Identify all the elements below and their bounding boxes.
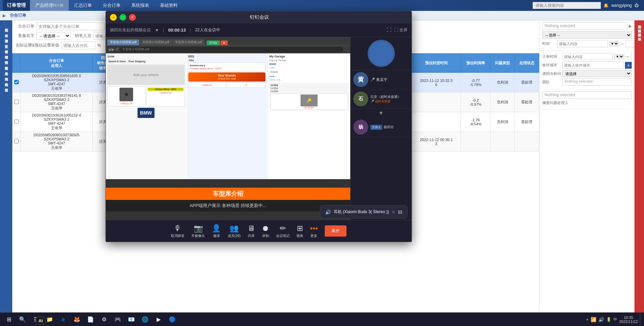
tool-share[interactable]: 🖥 共享 [247,224,255,238]
expand-participants-btn[interactable]: ▼ [351,109,412,118]
right-icon-update[interactable]: 系统更新 [636,29,642,33]
sidebar-item-cancel[interactable]: 撤单管理 [2,34,10,39]
meeting-fullscreen-label[interactable]: ⛶ 全屏 [394,27,407,33]
meeting-expand-icon[interactable]: ⛶ [387,27,391,33]
taskbar-icon-lang[interactable]: 中 [613,317,617,322]
taskbar-word[interactable]: 📄 [84,313,97,326]
taskbar-app2[interactable]: 🔵 [166,313,178,326]
nav-system-report[interactable]: 系统报表 [126,0,155,11]
taskbar: ⊞ 🔍 ☰ 📁 e 🦊 📄 ⚙ 🎮 📧 🌐 ▶ 🔵 ∧ 📶 🔊 🔋 中 10:3… [0,312,644,326]
cell-issue: 负利润 [490,73,515,92]
taskbar-icon-battery[interactable]: 🔋 [606,317,611,322]
tool-more[interactable]: ••• 更多 [310,224,318,238]
cell-profit: -1.76-8.54% [461,112,490,132]
subnav-split-order[interactable]: 分合订单 [6,13,30,18]
sidebar-item-ship[interactable]: 仓采采购 [2,67,10,72]
taskbar-app1[interactable]: ▶ [152,313,165,326]
right-icon-new[interactable]: 新请单 [636,33,642,37]
row-checkbox[interactable] [14,100,19,104]
tool-notes[interactable]: ✏ 会议笔记 [276,224,290,238]
cell-status: 需处理 [515,112,539,132]
participant-shi[interactable]: 石 石堂（超时未接通） 🎤 超时未接通 [351,89,412,109]
window-close-btn[interactable]: × [129,14,136,21]
taskbar-game[interactable]: 🎮 [112,313,124,326]
taskbar-show-desktop[interactable] [640,313,641,326]
participant-huang[interactable]: 黄 🎤 黄孟宇 [351,70,412,89]
search-input[interactable] [533,2,601,9]
meeting-titlebar: − □ × 钉钉会议 [106,11,412,23]
receive-city-input[interactable] [562,62,624,69]
tool-invite[interactable]: 👤 邀请 [212,224,221,238]
sidebar-item-functions[interactable]: 常用功能 [2,23,10,29]
nav-product-manager[interactable]: 产品经理 阿小雨 [30,0,69,11]
nothing-selected-2[interactable]: Nothing selected [542,91,632,99]
cell-issue: 负利润 [490,112,515,132]
dash: — [621,42,624,46]
virtual-select[interactable]: 请选择 [562,70,632,77]
tool-view[interactable]: ⊞ 视角 [296,224,303,238]
input-time-1[interactable] [562,53,613,60]
team-nothing-selected[interactable]: Nothing selected [562,79,632,86]
right-icon-feedback[interactable]: 阅疑反馈 [636,24,642,29]
audio-device-name: 耳机 (Xiaomi Buds 3( Stereo )) [334,209,389,215]
sidebar-item-service[interactable]: 客服管理 [2,45,10,50]
cell-issue [490,132,515,152]
sidebar-item-monitor[interactable]: 平台监控 [2,39,10,45]
audio-volume: 11 [398,210,402,215]
split-order-label: 分合订单 [16,23,34,29]
taskbar-start[interactable]: ⊞ [3,313,15,326]
nothing-selected-1[interactable]: Nothing selected [542,22,627,30]
record-label: 录制 [262,234,269,238]
nav-summary-order[interactable]: 汇总订单 [69,0,97,11]
select-1[interactable]: -- 选择 -- [542,31,632,39]
taskbar-browser2[interactable]: 🌐 [139,313,151,326]
window-minimize-btn[interactable]: − [110,14,117,21]
taskbar-icon-chevron[interactable]: ∧ [586,318,589,321]
bell-icon: 🔔 [603,3,609,8]
ai-badge[interactable]: Ai [36,317,46,325]
customer-select[interactable]: -- 请选择 -- [36,32,70,40]
tool-camera[interactable]: 📷 开摄像头 [191,224,205,238]
taskbar-search[interactable]: 🔍 [16,313,29,326]
window-maximize-btn[interactable]: □ [119,14,126,21]
participant-top [351,37,412,70]
customer-label: 客服名字 [16,33,34,39]
meeting-dropdown-icon[interactable]: ▼ [155,28,159,33]
tool-members[interactable]: 👥 成员(26) [228,224,241,238]
meeting-time: 00:00:13 [168,28,186,33]
power-icon[interactable]: ⏻ [634,3,639,8]
input-time-2[interactable] [631,53,634,60]
participant-yang[interactable]: 杨 主持人 杨田欣 [351,118,412,137]
taskbar-settings[interactable]: ⚙ [98,313,110,326]
sidebar-item-basic[interactable]: 基础资料 [2,78,10,83]
time-input-1[interactable] [557,40,608,47]
add-city-btn[interactable]: + [625,62,632,69]
time-input-2[interactable] [625,40,634,47]
row-checkbox[interactable] [14,80,19,84]
nav-basic-data[interactable]: 基础资料 [155,0,183,11]
sidebar-item-sales[interactable]: 销售管理 [2,50,10,56]
taskbar-edge[interactable]: e [57,313,69,326]
sidebar-item-logistics[interactable]: 实际运费 [2,61,10,67]
logistics-diff-input[interactable] [61,41,95,49]
tool-leave[interactable]: 离开 [325,225,347,237]
split-order-input[interactable] [36,22,104,30]
sidebar-item-stats[interactable]: 销售统计 [2,72,10,78]
input-time-select[interactable]: ▼ [614,54,624,59]
taskbar-icon-volume[interactable]: 🔊 [598,317,604,322]
tool-mute[interactable]: 🎙 取消静音 [171,224,184,238]
right-icon-help[interactable]: 帮助文档 [636,20,642,24]
taskbar-icon-network[interactable]: 📶 [591,317,596,322]
audio-popup-close[interactable]: ✕ [392,210,395,215]
sidebar-item-split[interactable]: 分合订单 [2,29,10,34]
sidebar-item-receive[interactable]: 收件管理 [2,56,10,61]
tool-record[interactable]: ⏺ 录制 [262,224,269,238]
time-select[interactable]: ▼ [609,41,619,46]
meeting-window: − □ × 钉钉会议 杨田欣发起的视频会议 ▼ | 00:00:13 | 22人… [106,11,412,242]
nav-split-order[interactable]: 分合订单 [97,0,126,11]
row-checkbox[interactable] [14,139,19,143]
taskbar-firefox[interactable]: 🦊 [71,313,83,326]
row-checkbox[interactable] [14,119,19,124]
sidebar-item-system[interactable]: 系统设置 [2,83,10,88]
taskbar-mail[interactable]: 📧 [125,313,138,326]
